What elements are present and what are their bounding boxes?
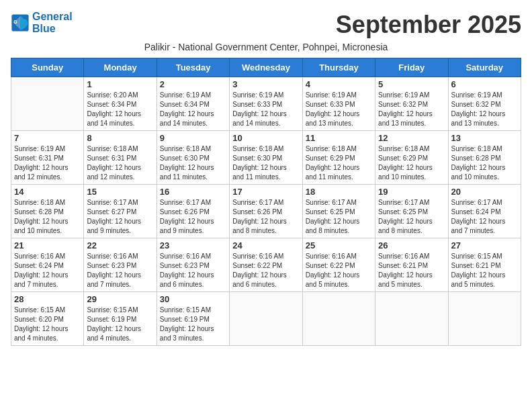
day-info: Sunrise: 6:16 AM Sunset: 6:23 PM Dayligh… (160, 252, 226, 289)
calendar-cell: 25 Sunrise: 6:16 AM Sunset: 6:22 PM Dayl… (302, 238, 375, 292)
day-number: 1 (87, 79, 153, 89)
calendar-week-row: 21 Sunrise: 6:16 AM Sunset: 6:24 PM Dayl… (11, 238, 521, 292)
calendar-cell: 30 Sunrise: 6:15 AM Sunset: 6:19 PM Dayl… (157, 292, 229, 346)
svg-text:G: G (13, 19, 17, 24)
calendar-cell: 16 Sunrise: 6:17 AM Sunset: 6:26 PM Dayl… (157, 185, 229, 238)
calendar-cell: 13 Sunrise: 6:18 AM Sunset: 6:28 PM Dayl… (448, 131, 521, 185)
day-info: Sunrise: 6:15 AM Sunset: 6:19 PM Dayligh… (87, 306, 153, 343)
month-title: September 2025 (336, 11, 521, 39)
day-number: 3 (232, 79, 299, 89)
calendar-cell: 26 Sunrise: 6:16 AM Sunset: 6:21 PM Dayl… (375, 238, 448, 292)
day-number: 9 (160, 133, 226, 143)
day-number: 5 (378, 79, 445, 89)
day-number: 17 (232, 187, 299, 197)
calendar-cell: 23 Sunrise: 6:16 AM Sunset: 6:23 PM Dayl… (157, 238, 229, 292)
day-info: Sunrise: 6:17 AM Sunset: 6:27 PM Dayligh… (87, 198, 153, 236)
calendar-cell: 5 Sunrise: 6:19 AM Sunset: 6:32 PM Dayli… (375, 77, 448, 131)
weekday-header: Sunday (11, 58, 84, 77)
day-info: Sunrise: 6:19 AM Sunset: 6:34 PM Dayligh… (160, 91, 226, 128)
logo: G General Blue (11, 11, 73, 34)
logo-icon: G (11, 13, 30, 32)
day-info: Sunrise: 6:19 AM Sunset: 6:33 PM Dayligh… (232, 91, 299, 128)
day-info: Sunrise: 6:19 AM Sunset: 6:31 PM Dayligh… (14, 144, 81, 182)
calendar-week-row: 14 Sunrise: 6:18 AM Sunset: 6:28 PM Dayl… (11, 185, 521, 238)
day-number: 18 (306, 187, 372, 197)
day-info: Sunrise: 6:15 AM Sunset: 6:20 PM Dayligh… (14, 306, 81, 343)
day-info: Sunrise: 6:18 AM Sunset: 6:28 PM Dayligh… (14, 198, 81, 236)
day-number: 16 (160, 187, 226, 197)
day-number: 11 (306, 133, 372, 143)
day-number: 4 (306, 79, 372, 89)
calendar-cell: 1 Sunrise: 6:20 AM Sunset: 6:34 PM Dayli… (84, 77, 157, 131)
day-number: 27 (451, 240, 518, 250)
weekday-header: Saturday (448, 58, 521, 77)
subtitle: Palikir - National Government Center, Po… (11, 42, 521, 52)
day-number: 12 (378, 133, 445, 143)
calendar-cell: 3 Sunrise: 6:19 AM Sunset: 6:33 PM Dayli… (230, 77, 302, 131)
calendar-cell: 11 Sunrise: 6:18 AM Sunset: 6:29 PM Dayl… (302, 131, 375, 185)
calendar-cell: 20 Sunrise: 6:17 AM Sunset: 6:24 PM Dayl… (448, 185, 521, 238)
weekday-header: Wednesday (230, 58, 302, 77)
calendar-cell (11, 77, 84, 131)
day-number: 19 (378, 187, 445, 197)
calendar-cell: 22 Sunrise: 6:16 AM Sunset: 6:23 PM Dayl… (84, 238, 157, 292)
day-info: Sunrise: 6:18 AM Sunset: 6:30 PM Dayligh… (160, 144, 226, 182)
weekday-header: Friday (375, 58, 448, 77)
day-number: 10 (232, 133, 299, 143)
day-info: Sunrise: 6:17 AM Sunset: 6:26 PM Dayligh… (232, 198, 299, 236)
day-info: Sunrise: 6:15 AM Sunset: 6:19 PM Dayligh… (160, 306, 226, 343)
calendar-header-row: SundayMondayTuesdayWednesdayThursdayFrid… (11, 58, 521, 77)
day-info: Sunrise: 6:18 AM Sunset: 6:31 PM Dayligh… (87, 144, 153, 182)
calendar-cell: 28 Sunrise: 6:15 AM Sunset: 6:20 PM Dayl… (11, 292, 84, 346)
day-number: 30 (160, 294, 226, 304)
calendar-week-row: 28 Sunrise: 6:15 AM Sunset: 6:20 PM Dayl… (11, 292, 521, 346)
day-number: 14 (14, 187, 81, 197)
calendar-cell: 9 Sunrise: 6:18 AM Sunset: 6:30 PM Dayli… (157, 131, 229, 185)
day-info: Sunrise: 6:15 AM Sunset: 6:21 PM Dayligh… (451, 252, 518, 289)
day-info: Sunrise: 6:20 AM Sunset: 6:34 PM Dayligh… (87, 91, 153, 128)
calendar-cell: 24 Sunrise: 6:16 AM Sunset: 6:22 PM Dayl… (230, 238, 302, 292)
day-info: Sunrise: 6:17 AM Sunset: 6:26 PM Dayligh… (160, 198, 226, 236)
calendar-cell (375, 292, 448, 346)
calendar-cell: 15 Sunrise: 6:17 AM Sunset: 6:27 PM Dayl… (84, 185, 157, 238)
day-info: Sunrise: 6:17 AM Sunset: 6:24 PM Dayligh… (451, 198, 518, 236)
day-info: Sunrise: 6:16 AM Sunset: 6:24 PM Dayligh… (14, 252, 81, 289)
calendar-cell: 4 Sunrise: 6:19 AM Sunset: 6:33 PM Dayli… (302, 77, 375, 131)
calendar-week-row: 1 Sunrise: 6:20 AM Sunset: 6:34 PM Dayli… (11, 77, 521, 131)
day-info: Sunrise: 6:18 AM Sunset: 6:30 PM Dayligh… (232, 144, 299, 182)
day-number: 21 (14, 240, 81, 250)
logo-line2: Blue (32, 23, 73, 35)
calendar-cell: 6 Sunrise: 6:19 AM Sunset: 6:32 PM Dayli… (448, 77, 521, 131)
calendar-cell: 14 Sunrise: 6:18 AM Sunset: 6:28 PM Dayl… (11, 185, 84, 238)
calendar-cell: 19 Sunrise: 6:17 AM Sunset: 6:25 PM Dayl… (375, 185, 448, 238)
calendar-cell: 21 Sunrise: 6:16 AM Sunset: 6:24 PM Dayl… (11, 238, 84, 292)
day-number: 7 (14, 133, 81, 143)
day-number: 29 (87, 294, 153, 304)
calendar-cell (230, 292, 302, 346)
day-number: 20 (451, 187, 518, 197)
calendar-cell: 8 Sunrise: 6:18 AM Sunset: 6:31 PM Dayli… (84, 131, 157, 185)
day-number: 6 (451, 79, 518, 89)
day-info: Sunrise: 6:16 AM Sunset: 6:22 PM Dayligh… (232, 252, 299, 289)
day-number: 2 (160, 79, 226, 89)
weekday-header: Tuesday (157, 58, 229, 77)
day-info: Sunrise: 6:18 AM Sunset: 6:28 PM Dayligh… (451, 144, 518, 182)
day-info: Sunrise: 6:19 AM Sunset: 6:33 PM Dayligh… (306, 91, 372, 128)
day-info: Sunrise: 6:18 AM Sunset: 6:29 PM Dayligh… (378, 144, 445, 182)
calendar-cell: 29 Sunrise: 6:15 AM Sunset: 6:19 PM Dayl… (84, 292, 157, 346)
day-info: Sunrise: 6:17 AM Sunset: 6:25 PM Dayligh… (306, 198, 372, 236)
day-info: Sunrise: 6:18 AM Sunset: 6:29 PM Dayligh… (306, 144, 372, 182)
day-info: Sunrise: 6:16 AM Sunset: 6:22 PM Dayligh… (306, 252, 372, 289)
day-info: Sunrise: 6:19 AM Sunset: 6:32 PM Dayligh… (378, 91, 445, 128)
day-number: 8 (87, 133, 153, 143)
day-number: 23 (160, 240, 226, 250)
calendar-cell (302, 292, 375, 346)
logo-line1: General (32, 11, 73, 23)
calendar-cell: 27 Sunrise: 6:15 AM Sunset: 6:21 PM Dayl… (448, 238, 521, 292)
day-number: 28 (14, 294, 81, 304)
day-number: 24 (232, 240, 299, 250)
calendar-cell: 2 Sunrise: 6:19 AM Sunset: 6:34 PM Dayli… (157, 77, 229, 131)
day-number: 22 (87, 240, 153, 250)
calendar-cell: 7 Sunrise: 6:19 AM Sunset: 6:31 PM Dayli… (11, 131, 84, 185)
day-number: 15 (87, 187, 153, 197)
